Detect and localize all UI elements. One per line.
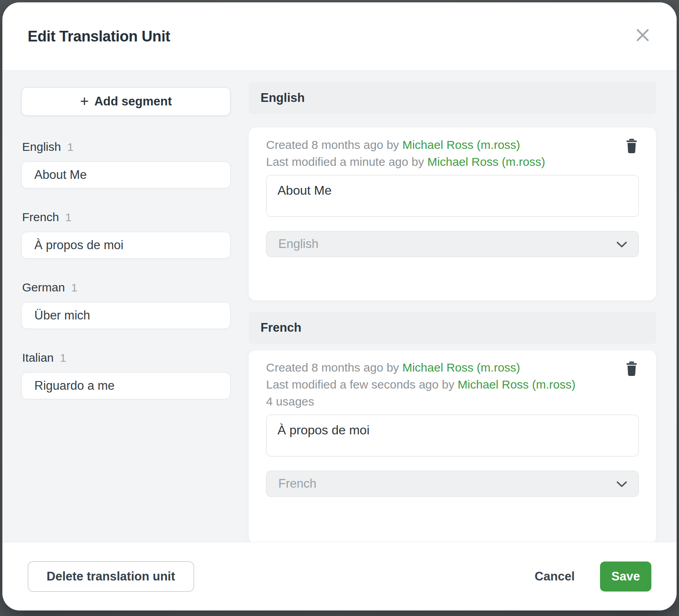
segment-item-french[interactable]: À propos de moi: [21, 232, 231, 259]
segment-item-english[interactable]: About Me: [21, 162, 231, 188]
delete-segment-button[interactable]: [623, 361, 640, 380]
segment-language-label: German 1: [21, 281, 231, 294]
created-prefix: Created 8 months ago by: [266, 361, 399, 374]
modified-meta: Last modified a few seconds ago by Micha…: [266, 376, 639, 393]
dialog-title: Edit Translation Unit: [28, 28, 170, 45]
panel-header-french: French: [249, 312, 656, 344]
segment-panel-english: Created 8 months ago by Michael Ross (m.…: [249, 128, 656, 300]
chevron-down-icon: [616, 477, 627, 491]
segment-language-label: Italian 1: [21, 351, 231, 364]
delete-segment-button[interactable]: [623, 139, 640, 158]
created-prefix: Created 8 months ago by: [266, 138, 399, 151]
segment-panel-french: Created 8 months ago by Michael Ross (m.…: [249, 350, 656, 542]
usages-meta: 4 usages: [266, 393, 639, 410]
created-user-link[interactable]: Michael Ross (m.ross): [402, 361, 520, 374]
modified-prefix: Last modified a minute ago by: [266, 155, 424, 168]
segment-text-input[interactable]: About Me: [266, 175, 639, 217]
language-select-value: English: [278, 237, 319, 251]
panel-header-english: English: [249, 82, 656, 114]
chevron-down-icon: [616, 237, 627, 251]
segment-group-french: French 1 À propos de moi: [21, 210, 231, 259]
save-button[interactable]: Save: [600, 562, 651, 592]
segment-count: 1: [65, 211, 71, 224]
language-select[interactable]: English: [266, 231, 639, 257]
segment-group-english: English 1 About Me: [21, 140, 231, 188]
segment-item-german[interactable]: Über mich: [21, 302, 231, 329]
close-button[interactable]: [633, 26, 652, 45]
segment-language: German: [22, 281, 65, 294]
plus-icon: +: [80, 94, 89, 109]
segment-sidebar: + Add segment English 1 About Me French …: [21, 82, 231, 542]
segment-language: English: [22, 140, 61, 154]
segment-language: French: [22, 210, 59, 224]
dialog-footer: Delete translation unit Cancel Save: [2, 542, 677, 610]
segment-count: 1: [71, 282, 77, 294]
trash-icon: [625, 361, 638, 377]
created-meta: Created 8 months ago by Michael Ross (m.…: [266, 136, 639, 153]
cancel-button[interactable]: Cancel: [532, 569, 577, 584]
segment-count: 1: [60, 352, 66, 364]
add-segment-label: Add segment: [94, 94, 172, 109]
dialog-body: + Add segment English 1 About Me French …: [2, 70, 677, 542]
delete-translation-unit-button[interactable]: Delete translation unit: [28, 561, 194, 592]
segment-item-italian[interactable]: Riguardo a me: [21, 372, 231, 399]
segment-group-italian: Italian 1 Riguardo a me: [21, 351, 231, 399]
modified-prefix: Last modified a few seconds ago by: [266, 378, 454, 391]
dialog-header: Edit Translation Unit: [2, 2, 677, 70]
modified-meta: Last modified a minute ago by Michael Ro…: [266, 153, 639, 170]
segment-group-german: German 1 Über mich: [21, 281, 231, 329]
segment-count: 1: [67, 141, 73, 154]
language-select-value: French: [278, 477, 316, 491]
modified-user-link[interactable]: Michael Ross (m.ross): [428, 155, 545, 168]
add-segment-button[interactable]: + Add segment: [21, 87, 231, 116]
segment-text-input[interactable]: À propos de moi: [266, 415, 639, 456]
segment-language: Italian: [22, 351, 54, 364]
close-icon: [635, 27, 651, 44]
segment-language-label: English 1: [21, 140, 231, 154]
trash-icon: [625, 139, 638, 155]
created-meta: Created 8 months ago by Michael Ross (m.…: [266, 359, 639, 376]
language-select[interactable]: French: [266, 471, 639, 497]
modified-user-link[interactable]: Michael Ross (m.ross): [458, 378, 575, 391]
segment-editor-column: English Created 8 months ago by Michael …: [249, 82, 656, 542]
segment-language-label: French 1: [21, 210, 231, 224]
edit-translation-unit-dialog: Edit Translation Unit + Add segment Engl…: [2, 2, 677, 610]
created-user-link[interactable]: Michael Ross (m.ross): [402, 138, 520, 151]
